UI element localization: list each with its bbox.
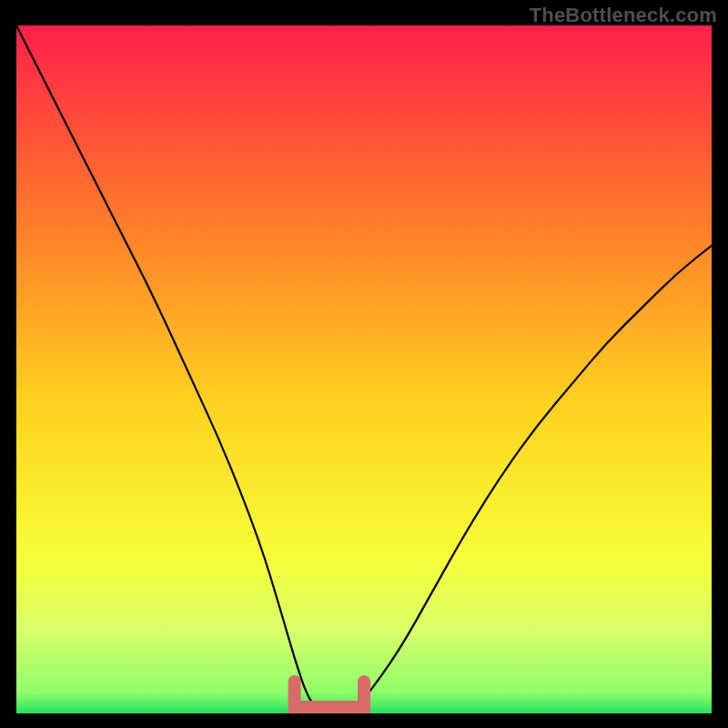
gradient-background <box>16 25 712 713</box>
watermark-text: TheBottleneck.com <box>530 4 717 27</box>
chart-svg <box>16 25 712 713</box>
bottleneck-plot <box>16 25 712 713</box>
chart-frame: TheBottleneck.com <box>0 0 728 728</box>
